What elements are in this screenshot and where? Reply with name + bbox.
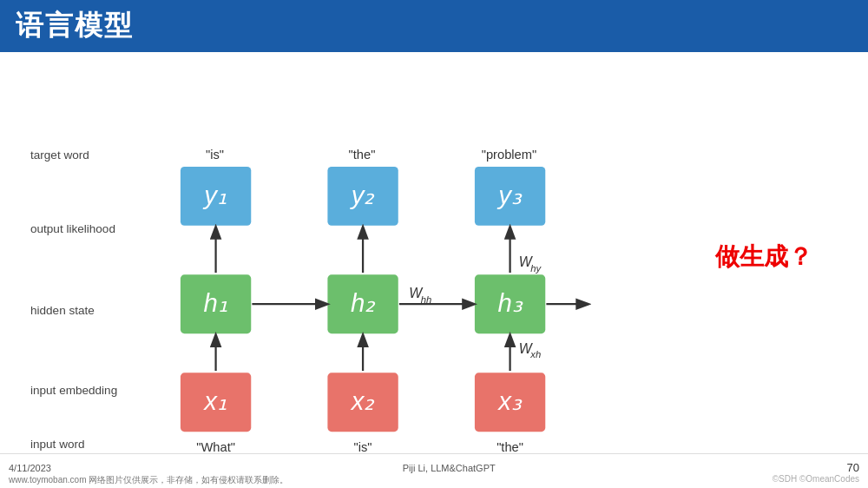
h3-label: h₃: [497, 288, 523, 317]
footer-author: Piji Li, LLM&ChatGPT: [403, 463, 496, 473]
wxh-subscript: xh: [529, 349, 541, 359]
footer-top: 4/11/2023 Piji Li, LLM&ChatGPT 70: [9, 461, 859, 474]
main-content: target word output likelihood hidden sta…: [0, 52, 868, 453]
y2-label: y₂: [350, 181, 376, 209]
input-word-2: "is": [354, 440, 372, 453]
footer-brand: ©SDH ©OmeanCodes: [773, 474, 859, 484]
input-word-3: "the": [496, 440, 523, 453]
target-word-2: "the": [349, 148, 376, 162]
output-likelihood-label: output likelihood: [30, 222, 115, 235]
rnn-svg: target word output likelihood hidden sta…: [17, 61, 677, 453]
footer-page: 70: [847, 461, 859, 474]
input-word-label: input word: [30, 438, 85, 451]
hidden-state-label: hidden state: [30, 304, 95, 317]
whh-subscript: hh: [421, 294, 432, 305]
footer: 4/11/2023 Piji Li, LLM&ChatGPT 70 www.to…: [0, 453, 868, 488]
target-word-label: target word: [30, 148, 89, 162]
y3-label: y₃: [496, 181, 523, 209]
target-word-3: "problem": [482, 148, 537, 162]
rnn-diagram: target word output likelihood hidden sta…: [17, 61, 677, 453]
footer-watermark: www.toymoban.com 网络图片仅供展示，非存储，如有侵权请联系删除。: [9, 475, 288, 485]
page-title: 语言模型: [16, 7, 134, 45]
input-word-1: "What": [196, 440, 235, 453]
target-word-1: "is": [206, 148, 224, 162]
generate-question: 做生成？: [715, 241, 812, 274]
h1-label: h₁: [203, 288, 227, 317]
why-subscript: hy: [530, 263, 542, 274]
footer-bottom: www.toymoban.com 网络图片仅供展示，非存储，如有侵权请联系删除。…: [9, 474, 859, 486]
h2-label: h₂: [351, 288, 376, 317]
y1-label: y₁: [202, 181, 227, 209]
page-header: 语言模型: [0, 0, 868, 52]
x1-label: x₁: [202, 386, 227, 415]
footer-date: 4/11/2023: [9, 463, 51, 473]
input-embedding-label: input embedding: [30, 384, 117, 397]
right-panel: 做生成？: [677, 61, 851, 453]
x3-label: x₃: [496, 386, 523, 415]
x2-label: x₂: [350, 386, 376, 415]
